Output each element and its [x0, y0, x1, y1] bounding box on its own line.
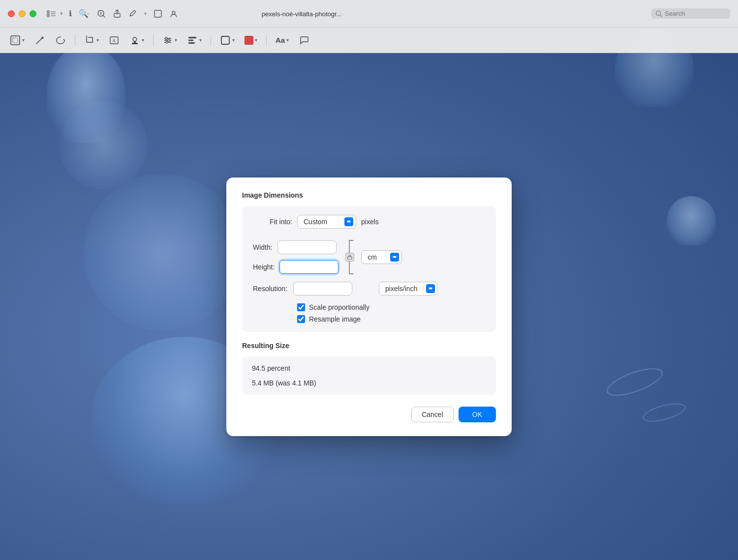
- svg-point-23: [165, 37, 167, 39]
- toolbar: ▾ ▾ A ▾ ▾ ▾ ▾ ▾: [0, 28, 738, 53]
- svg-rect-28: [188, 42, 195, 44]
- lock-icon: [347, 254, 352, 260]
- text-tool[interactable]: A: [106, 33, 123, 48]
- crop-icon: [84, 35, 95, 46]
- magic-wand-tool[interactable]: [31, 33, 48, 48]
- fit-into-select[interactable]: Custom 2x3 4x6 5x7: [297, 215, 356, 229]
- traffic-lights: [8, 10, 36, 17]
- crop-chevron: ▾: [96, 37, 99, 43]
- window-title: pexels-noé-villalta-photogr...: [262, 10, 342, 18]
- svg-rect-0: [47, 10, 50, 17]
- svg-point-14: [42, 37, 43, 38]
- align-chevron: ▾: [199, 37, 202, 43]
- dialog-title: Image Dimensions: [242, 191, 496, 199]
- svg-rect-13: [13, 38, 18, 43]
- svg-point-24: [168, 39, 170, 41]
- svg-text:A: A: [112, 38, 116, 43]
- lasso-icon: [55, 35, 66, 46]
- stamp-chevron: ▾: [142, 37, 144, 43]
- resulting-size-title: Resulting Size: [242, 342, 496, 350]
- svg-rect-30: [348, 257, 352, 260]
- shape-tool[interactable]: ▾: [217, 33, 238, 48]
- svg-line-11: [660, 15, 662, 17]
- fit-into-select-wrapper: Custom 2x3 4x6 5x7: [297, 215, 356, 229]
- align-tool[interactable]: ▾: [184, 33, 205, 48]
- crop-tool[interactable]: ▾: [81, 33, 102, 48]
- adjust-icon: [162, 35, 173, 46]
- lasso-tool[interactable]: [52, 33, 69, 48]
- dimensions-panel: Fit into: Custom 2x3 4x6 5x7 pixels: [242, 206, 496, 332]
- result-percent: 94.5 percent: [252, 364, 486, 372]
- resulting-size-panel: 94.5 percent 5.4 MB (was 4.1 MB): [242, 356, 496, 395]
- result-size: 5.4 MB (was 4.1 MB): [252, 379, 486, 387]
- svg-point-25: [166, 41, 168, 43]
- resolution-unit-select-wrapper: pixels/inch pixels/cm: [379, 282, 438, 295]
- text-icon: A: [109, 35, 120, 46]
- resolution-unit-select[interactable]: pixels/inch pixels/cm: [379, 282, 438, 295]
- svg-rect-18: [132, 43, 138, 44]
- resolution-input[interactable]: 72: [293, 282, 352, 295]
- fit-into-label: Fit into:: [253, 218, 292, 226]
- resolution-row: Resolution: 72 pixels/inch pixels/cm: [253, 282, 485, 295]
- font-tool[interactable]: Aa ▾: [273, 34, 292, 46]
- resample-image-label: Resample image: [309, 315, 361, 323]
- width-label: Width:: [253, 243, 273, 251]
- image-dimensions-dialog: Image Dimensions Fit into: Custom 2x3 4x…: [226, 177, 512, 436]
- scale-proportionally-label: Scale proportionally: [309, 303, 369, 311]
- select-tool[interactable]: ▾: [7, 33, 28, 48]
- stamp-tool[interactable]: ▾: [126, 33, 147, 48]
- stamp-icon: [129, 35, 140, 46]
- unit-select[interactable]: cm mm inches pixels: [361, 250, 402, 264]
- checkboxes-area: Scale proportionally Resample image: [297, 303, 485, 323]
- search-icon: [655, 10, 662, 17]
- svg-rect-26: [188, 37, 196, 38]
- speech-icon: [299, 35, 309, 46]
- font-chevron: ▾: [286, 37, 289, 43]
- unit-select-wrapper: cm mm inches pixels: [361, 250, 402, 264]
- toolbar-separator-2: [153, 34, 154, 46]
- svg-rect-12: [11, 36, 20, 45]
- magic-wand-icon: [34, 35, 45, 46]
- maximize-button[interactable]: [30, 10, 36, 17]
- title-bar: ▾ ℹ 🔍− ▾ pexels-noé-villalta-photogr...: [0, 0, 738, 28]
- toolbar-separator-1: [75, 34, 75, 46]
- ok-button[interactable]: OK: [459, 407, 496, 422]
- toolbar-separator-3: [211, 34, 211, 46]
- svg-point-17: [133, 37, 137, 41]
- shape-chevron: ▾: [232, 37, 235, 43]
- height-input[interactable]: 133.33: [279, 260, 338, 274]
- width-input[interactable]: 200: [277, 240, 337, 254]
- fill-chevron: ▾: [255, 37, 257, 43]
- lock-icon-wrap: [345, 253, 354, 262]
- resample-image-checkbox[interactable]: [297, 315, 305, 323]
- svg-rect-19: [134, 41, 136, 43]
- height-label: Height:: [253, 263, 275, 271]
- color-fill-tool[interactable]: ▾: [242, 34, 260, 47]
- search-bar[interactable]: [651, 8, 730, 19]
- cancel-button[interactable]: Cancel: [411, 407, 454, 422]
- svg-rect-27: [188, 39, 193, 41]
- resolution-label: Resolution:: [253, 285, 287, 293]
- close-button[interactable]: [8, 10, 15, 17]
- adjust-tool[interactable]: ▾: [159, 33, 180, 48]
- search-input[interactable]: [665, 10, 724, 17]
- scale-proportionally-row[interactable]: Scale proportionally: [297, 303, 485, 311]
- shape-icon: [220, 35, 231, 46]
- speech-tool[interactable]: [296, 33, 312, 48]
- align-icon: [187, 35, 198, 46]
- color-swatch: [245, 36, 253, 45]
- resample-image-row[interactable]: Resample image: [297, 315, 485, 323]
- dialog-buttons: Cancel OK: [242, 407, 496, 422]
- adjust-chevron: ▾: [175, 37, 177, 43]
- fit-into-row: Fit into: Custom 2x3 4x6 5x7 pixels: [253, 215, 485, 229]
- scale-proportionally-checkbox[interactable]: [297, 303, 305, 311]
- pixels-label: pixels: [361, 218, 379, 226]
- font-icon: Aa: [276, 36, 285, 44]
- select-icon: [10, 35, 21, 46]
- toolbar-separator-4: [266, 34, 267, 46]
- svg-rect-29: [221, 36, 229, 44]
- minimize-button[interactable]: [19, 10, 26, 17]
- select-chevron: ▾: [22, 37, 25, 43]
- main-content: Image Dimensions Fit into: Custom 2x3 4x…: [0, 53, 738, 560]
